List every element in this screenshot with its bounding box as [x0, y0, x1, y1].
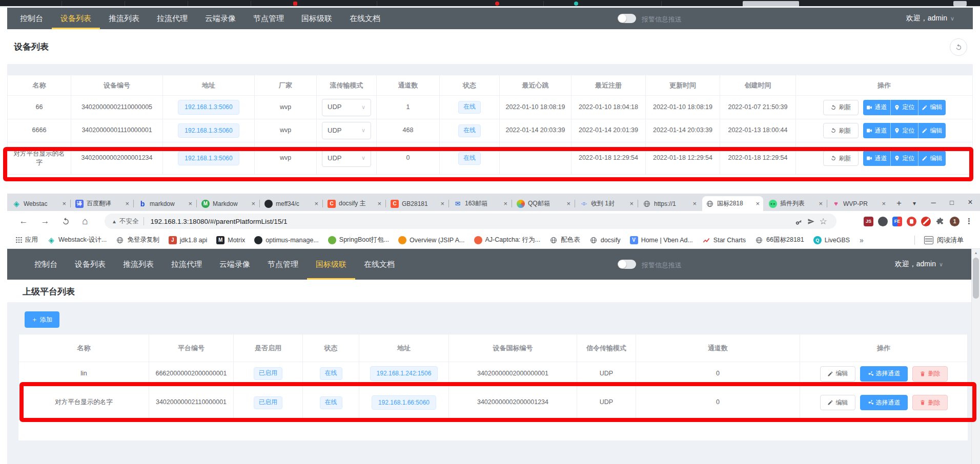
refresh-device-button[interactable]: 刷新: [823, 123, 859, 138]
bookmark-item[interactable]: SpringBoot打包...: [324, 234, 393, 246]
close-icon[interactable]: ×: [62, 200, 66, 207]
close-icon[interactable]: ×: [125, 200, 129, 207]
close-icon[interactable]: ×: [503, 200, 507, 207]
menu-item-console[interactable]: 控制台: [11, 8, 52, 29]
browser-tab[interactable]: ◁▷收到 1封×: [576, 196, 637, 211]
browser-tab[interactable]: 译百度翻译×: [72, 196, 133, 211]
menu-item-pull-proxy[interactable]: 拉流代理: [148, 8, 196, 29]
locate-button[interactable]: 定位: [890, 123, 918, 138]
close-icon[interactable]: ×: [882, 200, 886, 207]
bookmark-item[interactable]: QLiveGBS: [810, 235, 853, 246]
bookmarks-overflow-icon[interactable]: »: [855, 236, 868, 244]
menu-item-push-list[interactable]: 推流列表: [114, 249, 162, 280]
menu-item-node-manage[interactable]: 节点管理: [244, 8, 293, 29]
menu-item-console[interactable]: 控制台: [26, 249, 66, 280]
send-icon[interactable]: [805, 215, 817, 227]
bookmark-item[interactable]: ◈Webstack-设计...: [44, 234, 110, 246]
incognito-mask-extension-icon[interactable]: [878, 217, 888, 226]
close-icon[interactable]: ×: [756, 200, 760, 207]
close-icon[interactable]: ×: [440, 200, 444, 207]
edit-platform-button[interactable]: 编辑: [820, 395, 855, 410]
stream-mode-select[interactable]: UDP∨: [322, 150, 371, 167]
delete-platform-button[interactable]: 删除: [912, 395, 948, 410]
menu-item-pull-proxy[interactable]: 拉流代理: [162, 249, 211, 280]
close-icon[interactable]: ×: [188, 200, 192, 207]
browser-tab[interactable]: Cdocsify 主×: [324, 196, 385, 211]
bookmark-item[interactable]: VHome | Vben Ad...: [626, 235, 697, 246]
forward-icon[interactable]: →: [38, 214, 52, 228]
scrollbar-thumb[interactable]: [973, 258, 979, 299]
blocker-hand-extension-icon[interactable]: [907, 217, 916, 226]
back-icon[interactable]: ←: [16, 214, 31, 228]
close-icon[interactable]: ×: [377, 200, 381, 207]
browser-tab[interactable]: meff34/c×: [261, 196, 322, 211]
channel-button[interactable]: 通道: [863, 151, 890, 166]
browser-tab[interactable]: MMarkdow×: [198, 196, 259, 211]
close-icon[interactable]: ×: [566, 200, 570, 207]
bookmark-item[interactable]: Star Charts: [699, 235, 749, 246]
address-tag[interactable]: 192.168.1.3:5060: [178, 123, 239, 138]
apps-shortcut[interactable]: 应用: [12, 234, 42, 246]
address-tag[interactable]: 192.168.1.66:5060: [372, 395, 436, 410]
bookmark-item[interactable]: MMotrix: [213, 235, 249, 246]
browser-tab[interactable]: QQ邮箱×: [513, 196, 574, 211]
stream-mode-select[interactable]: UDP∨: [322, 122, 371, 139]
select-channel-button[interactable]: 选择通道: [860, 395, 908, 410]
security-label[interactable]: 不安全: [119, 217, 139, 226]
reload-icon[interactable]: [58, 214, 73, 228]
select-channel-button[interactable]: 选择通道: [860, 366, 908, 382]
menu-item-online-docs[interactable]: 在线文档: [341, 8, 389, 29]
bookmark-item[interactable]: docsify: [586, 235, 624, 246]
bookmark-item[interactable]: Overview (JSIP A...: [395, 235, 468, 246]
bookmark-item[interactable]: AJ-Captcha: 行为...: [471, 234, 544, 246]
menu-item-gb-cascade[interactable]: 国标级联: [307, 249, 355, 280]
home-icon[interactable]: ⌂: [78, 214, 92, 228]
delete-platform-button[interactable]: 删除: [912, 366, 948, 382]
menu-item-cloud-record[interactable]: 云端录像: [211, 249, 259, 280]
window-close-button[interactable]: ×: [962, 194, 979, 211]
js-extension-icon[interactable]: JS: [864, 217, 873, 226]
reading-list-button[interactable]: 阅读清单: [920, 234, 968, 246]
refresh-page-button[interactable]: [950, 38, 967, 56]
bookmark-star-icon[interactable]: ☆: [817, 215, 829, 227]
password-key-icon[interactable]: [792, 215, 805, 227]
cropped-browser-tabstrip[interactable]: [0, 0, 980, 6]
browser-tab[interactable]: CGB28181×: [387, 196, 448, 211]
menu-item-cloud-record[interactable]: 云端录像: [196, 8, 244, 29]
edit-device-button[interactable]: 编辑: [918, 151, 946, 166]
browser-tab[interactable]: ♥WVP-PR×: [828, 196, 889, 211]
url-text[interactable]: 192.168.1.3:18080/#/parentPlatformList/1…: [150, 218, 792, 225]
menu-item-push-list[interactable]: 推流列表: [100, 8, 148, 29]
browser-tab[interactable]: bmarkdow×: [135, 196, 196, 211]
refresh-device-button[interactable]: 刷新: [823, 100, 859, 115]
locate-button[interactable]: 定位: [890, 151, 918, 166]
close-icon[interactable]: ×: [314, 200, 318, 207]
edit-device-button[interactable]: 编辑: [918, 100, 946, 115]
maximize-button[interactable]: □: [943, 194, 961, 211]
alarm-push-toggle[interactable]: [618, 14, 636, 23]
menu-item-node-manage[interactable]: 节点管理: [259, 249, 307, 280]
scroll-up-icon[interactable]: ▴: [972, 249, 980, 257]
extensions-puzzle-icon[interactable]: [935, 217, 945, 226]
browser-menu-icon[interactable]: ⋮: [964, 217, 974, 226]
alarm-push-toggle[interactable]: [618, 260, 636, 269]
edit-platform-button[interactable]: 编辑: [820, 366, 855, 382]
profile-avatar[interactable]: 1: [950, 217, 959, 226]
close-icon[interactable]: ×: [251, 200, 255, 207]
page-scrollbar[interactable]: ▴: [971, 249, 980, 464]
address-tag[interactable]: 192.168.1.3:5060: [178, 100, 239, 115]
bookmark-item[interactable]: 配色表: [546, 234, 584, 246]
menu-item-device-list[interactable]: 设备列表: [52, 8, 100, 29]
browser-tab[interactable]: https://1×: [639, 196, 700, 211]
locate-button[interactable]: 定位: [890, 100, 918, 115]
add-platform-button[interactable]: 添加: [25, 311, 59, 328]
address-bar[interactable]: ▲ 不安全 192.168.1.3:18080/#/parentPlatform…: [105, 214, 836, 229]
welcome-user-menu[interactable]: 欢迎，admin∨: [895, 260, 943, 269]
browser-tab[interactable]: ●●插件列表×: [765, 196, 826, 211]
no-sign-extension-icon[interactable]: [921, 217, 931, 226]
minimize-button[interactable]: ─: [925, 194, 942, 211]
channel-button[interactable]: 通道: [863, 123, 890, 138]
browser-tab-active[interactable]: 国标2818×: [702, 196, 763, 211]
stream-mode-select[interactable]: UDP∨: [322, 99, 371, 116]
bookmark-item[interactable]: Jjdk1.8 api: [165, 235, 211, 246]
